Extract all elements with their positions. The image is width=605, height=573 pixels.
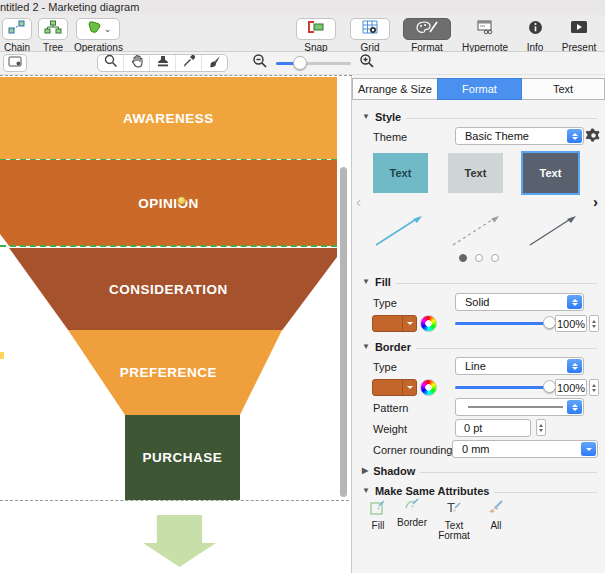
style-preview-1-label: Text — [390, 167, 412, 179]
border-opacity-stepper[interactable] — [589, 379, 599, 396]
fill-opacity-track[interactable] — [455, 322, 552, 325]
border-type-dropdown[interactable]: Line — [455, 357, 584, 375]
funnel-stage-purchase[interactable]: PURCHASE — [125, 415, 240, 500]
weight-input[interactable]: 0 pt — [455, 419, 531, 437]
funnel-stage-preference[interactable]: PREFERENCE — [0, 330, 337, 415]
info-icon — [528, 20, 543, 39]
funnel-stage-consideration[interactable]: CONSIDERATION — [0, 248, 337, 330]
pagination-dot-1[interactable] — [459, 254, 467, 262]
make-same-text-format-button[interactable]: T Text Format — [434, 499, 474, 541]
arrow-style-preview-1[interactable] — [370, 212, 428, 250]
pointer-cursor — [177, 196, 186, 205]
theme-dropdown-value: Basic Theme — [465, 130, 529, 142]
canvas[interactable]: AWARENESS OPINION CONSIDERATION PREFEREN… — [0, 75, 352, 573]
chain-button[interactable]: Chain — [2, 18, 32, 53]
make-same-border-label: Border — [397, 518, 427, 528]
chevron-down-icon: ⌄ — [104, 25, 112, 33]
tab-format[interactable]: Format — [437, 78, 522, 100]
tree-button[interactable]: Tree — [38, 18, 68, 53]
funnel-stage-awareness[interactable]: AWARENESS — [0, 77, 337, 159]
grid-button[interactable]: Grid — [350, 18, 390, 53]
fill-color-wheel-button[interactable] — [420, 315, 437, 332]
zoom-in-button[interactable] — [359, 54, 375, 72]
hypernote-button[interactable]: Hypernote — [457, 18, 513, 53]
weight-stepper[interactable] — [536, 419, 546, 436]
arrow-style-preview-3[interactable] — [524, 212, 582, 250]
preview-pagination — [352, 254, 605, 262]
zoom-out-button[interactable] — [252, 54, 268, 72]
border-opacity-track[interactable] — [455, 386, 552, 389]
theme-settings-button[interactable] — [586, 128, 601, 145]
chevron-left-icon: ‹ — [356, 193, 361, 210]
brush-tool-button[interactable] — [201, 55, 227, 71]
style-preview-1[interactable]: Text — [373, 153, 428, 193]
fill-type-value: Solid — [465, 296, 489, 308]
snap-button[interactable]: Snap — [296, 18, 336, 53]
funnel-down-arrow[interactable] — [143, 515, 216, 567]
eyedropper-tool-button[interactable] — [175, 55, 201, 71]
pagination-dot-2[interactable] — [475, 254, 483, 262]
fill-type-dropdown[interactable]: Solid — [455, 293, 584, 311]
previews-prev-button[interactable]: ‹ — [356, 195, 361, 209]
fill-opacity-stepper[interactable] — [589, 315, 599, 332]
border-color-wheel-button[interactable] — [420, 379, 437, 396]
make-same-border-button[interactable]: Border — [392, 496, 432, 528]
section-divider — [396, 283, 597, 284]
border-opacity-value[interactable]: 100% — [555, 379, 587, 396]
tab-text[interactable]: Text — [521, 78, 605, 100]
pattern-label: Pattern — [373, 402, 408, 414]
make-same-all-button[interactable]: All — [476, 499, 516, 531]
fill-color-swatch[interactable] — [372, 315, 417, 332]
operations-button[interactable]: ⌄ Operations — [74, 18, 123, 53]
selection-handle-partial — [0, 352, 4, 359]
selection-dashed-line-2 — [0, 245, 337, 247]
border-opacity-slider — [455, 379, 552, 396]
style-preview-3-label: Text — [540, 167, 562, 179]
style-preview-2[interactable]: Text — [448, 153, 503, 193]
style-preview-2-label: Text — [465, 167, 487, 179]
disclosure-open-icon: ▼ — [362, 277, 370, 286]
stamp-tool-button[interactable] — [149, 55, 175, 71]
funnel-stage-preference-label: PREFERENCE — [120, 365, 217, 380]
style-section-header[interactable]: ▼ Style — [362, 111, 597, 123]
gear-icon — [586, 128, 601, 143]
corner-rounding-value: 0 mm — [462, 443, 490, 455]
window-title: ntitled 2 - Marketing diagram — [0, 1, 139, 13]
pagination-dot-3[interactable] — [491, 254, 499, 262]
tab-arrange-size[interactable]: Arrange & Size — [352, 78, 438, 100]
canvas-vertical-scrollbar[interactable] — [340, 167, 347, 497]
border-color-swatch[interactable] — [372, 379, 417, 396]
shadow-section-header[interactable]: ▶ Shadow — [362, 465, 597, 477]
fill-opacity-slider — [455, 315, 552, 332]
panel-toggle-button[interactable] — [3, 54, 27, 72]
make-same-all-label: All — [490, 521, 501, 531]
chevron-down-icon — [581, 442, 596, 456]
dropdown-stepper-icon — [567, 359, 582, 373]
zoom-slider-thumb[interactable] — [293, 56, 307, 70]
style-preview-3-selected[interactable]: Text — [523, 153, 578, 193]
tab-arrange-size-label: Arrange & Size — [358, 83, 432, 95]
chevron-down-icon — [402, 316, 416, 331]
info-button[interactable]: Info — [519, 18, 551, 53]
border-section-title: Border — [375, 341, 411, 353]
theme-dropdown[interactable]: Basic Theme — [455, 127, 584, 145]
border-section-header[interactable]: ▼ Border — [362, 341, 597, 353]
arrow-style-preview-2[interactable] — [447, 212, 505, 250]
canvas-tools-group — [97, 54, 228, 72]
panel-toggle-icon — [8, 54, 23, 72]
dropdown-stepper-icon — [567, 129, 582, 143]
fill-section-header[interactable]: ▼ Fill — [362, 276, 597, 288]
funnel-stage-opinion[interactable]: OPINION — [0, 160, 337, 246]
present-button[interactable]: Present — [557, 18, 601, 53]
disclosure-open-icon: ▼ — [362, 342, 370, 351]
previews-next-button[interactable]: › — [593, 195, 598, 209]
eyedropper-icon — [182, 54, 196, 72]
pattern-dropdown[interactable] — [455, 398, 584, 416]
zoom-tool-button[interactable] — [98, 55, 123, 71]
section-divider — [416, 348, 597, 349]
fill-opacity-value[interactable]: 100% — [555, 315, 587, 332]
title-bar: ntitled 2 - Marketing diagram — [0, 0, 605, 15]
format-button[interactable]: Format — [403, 18, 451, 53]
corner-rounding-dropdown[interactable]: 0 mm — [452, 440, 598, 458]
pan-tool-button[interactable] — [123, 55, 149, 71]
